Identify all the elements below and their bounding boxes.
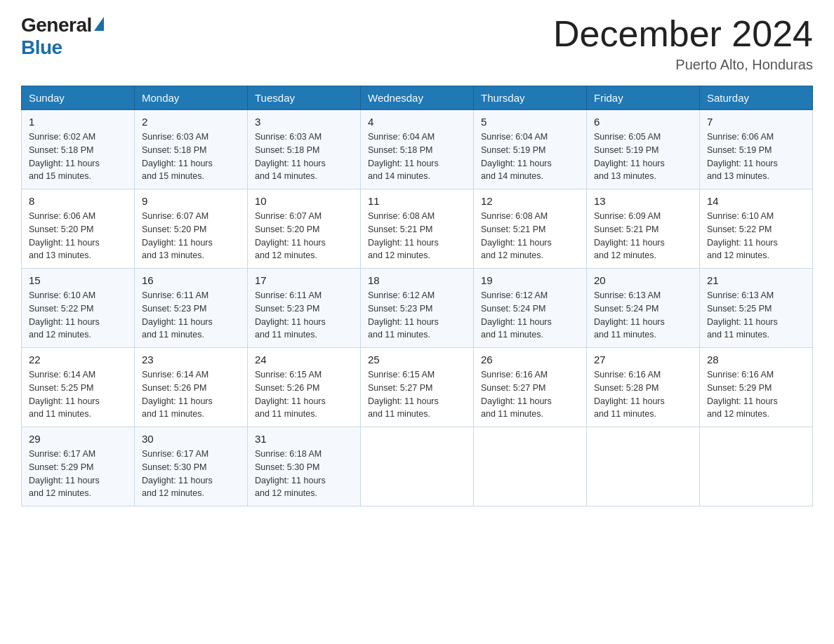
calendar-week-row: 29Sunrise: 6:17 AMSunset: 5:29 PMDayligh… bbox=[22, 427, 813, 507]
day-number: 7 bbox=[707, 116, 805, 128]
page-header: General Blue December 2024 Puerto Alto, … bbox=[21, 14, 813, 73]
day-number: 29 bbox=[29, 433, 127, 445]
day-number: 21 bbox=[707, 274, 805, 286]
calendar-day-cell: 18Sunrise: 6:12 AMSunset: 5:23 PMDayligh… bbox=[361, 269, 474, 348]
logo-triangle-icon bbox=[94, 17, 104, 31]
calendar-week-row: 8Sunrise: 6:06 AMSunset: 5:20 PMDaylight… bbox=[22, 189, 813, 269]
day-info: Sunrise: 6:17 AMSunset: 5:29 PMDaylight:… bbox=[29, 448, 127, 500]
title-section: December 2024 Puerto Alto, Honduras bbox=[553, 14, 813, 73]
day-info: Sunrise: 6:03 AMSunset: 5:18 PMDaylight:… bbox=[142, 130, 240, 183]
col-thursday: Thursday bbox=[474, 86, 587, 110]
calendar-day-cell: 12Sunrise: 6:08 AMSunset: 5:21 PMDayligh… bbox=[474, 189, 587, 269]
location-subtitle: Puerto Alto, Honduras bbox=[553, 57, 813, 73]
day-info: Sunrise: 6:16 AMSunset: 5:29 PMDaylight:… bbox=[707, 368, 805, 421]
day-number: 26 bbox=[481, 354, 579, 365]
calendar-day-cell bbox=[587, 427, 700, 507]
calendar-day-cell: 28Sunrise: 6:16 AMSunset: 5:29 PMDayligh… bbox=[700, 348, 813, 427]
day-number: 22 bbox=[29, 354, 127, 365]
day-info: Sunrise: 6:05 AMSunset: 5:19 PMDaylight:… bbox=[594, 130, 692, 183]
logo-general-text: General bbox=[21, 14, 92, 36]
day-info: Sunrise: 6:06 AMSunset: 5:19 PMDaylight:… bbox=[707, 130, 805, 183]
day-number: 1 bbox=[29, 116, 127, 128]
calendar-week-row: 15Sunrise: 6:10 AMSunset: 5:22 PMDayligh… bbox=[22, 269, 813, 348]
day-info: Sunrise: 6:03 AMSunset: 5:18 PMDaylight:… bbox=[255, 130, 353, 183]
day-number: 28 bbox=[707, 354, 805, 365]
col-tuesday: Tuesday bbox=[248, 86, 361, 110]
calendar-day-cell: 13Sunrise: 6:09 AMSunset: 5:21 PMDayligh… bbox=[587, 189, 700, 269]
day-info: Sunrise: 6:14 AMSunset: 5:25 PMDaylight:… bbox=[29, 368, 127, 421]
calendar-day-cell: 27Sunrise: 6:16 AMSunset: 5:28 PMDayligh… bbox=[587, 348, 700, 427]
calendar-day-cell: 29Sunrise: 6:17 AMSunset: 5:29 PMDayligh… bbox=[22, 427, 135, 507]
day-info: Sunrise: 6:12 AMSunset: 5:23 PMDaylight:… bbox=[368, 289, 466, 342]
day-number: 18 bbox=[368, 274, 466, 286]
day-number: 11 bbox=[368, 195, 466, 207]
calendar-day-cell: 15Sunrise: 6:10 AMSunset: 5:22 PMDayligh… bbox=[22, 269, 135, 348]
calendar-header: Sunday Monday Tuesday Wednesday Thursday… bbox=[22, 86, 813, 110]
calendar-day-cell: 16Sunrise: 6:11 AMSunset: 5:23 PMDayligh… bbox=[135, 269, 248, 348]
day-number: 25 bbox=[368, 354, 466, 365]
day-number: 4 bbox=[368, 116, 466, 128]
calendar-day-cell: 20Sunrise: 6:13 AMSunset: 5:24 PMDayligh… bbox=[587, 269, 700, 348]
day-info: Sunrise: 6:02 AMSunset: 5:18 PMDaylight:… bbox=[29, 130, 127, 183]
month-title: December 2024 bbox=[553, 14, 813, 54]
day-info: Sunrise: 6:18 AMSunset: 5:30 PMDaylight:… bbox=[255, 448, 353, 500]
day-info: Sunrise: 6:04 AMSunset: 5:18 PMDaylight:… bbox=[368, 130, 466, 183]
day-number: 5 bbox=[481, 116, 579, 128]
day-number: 30 bbox=[142, 433, 240, 445]
calendar-week-row: 22Sunrise: 6:14 AMSunset: 5:25 PMDayligh… bbox=[22, 348, 813, 427]
calendar-day-cell: 5Sunrise: 6:04 AMSunset: 5:19 PMDaylight… bbox=[474, 110, 587, 189]
col-saturday: Saturday bbox=[700, 86, 813, 110]
day-number: 8 bbox=[29, 195, 127, 207]
col-wednesday: Wednesday bbox=[361, 86, 474, 110]
day-info: Sunrise: 6:04 AMSunset: 5:19 PMDaylight:… bbox=[481, 130, 579, 183]
calendar-day-cell: 1Sunrise: 6:02 AMSunset: 5:18 PMDaylight… bbox=[22, 110, 135, 189]
col-friday: Friday bbox=[587, 86, 700, 110]
day-number: 2 bbox=[142, 116, 240, 128]
day-number: 16 bbox=[142, 274, 240, 286]
day-info: Sunrise: 6:14 AMSunset: 5:26 PMDaylight:… bbox=[142, 368, 240, 421]
day-info: Sunrise: 6:11 AMSunset: 5:23 PMDaylight:… bbox=[255, 289, 353, 342]
logo: General Blue bbox=[21, 14, 104, 59]
day-number: 24 bbox=[255, 354, 353, 365]
day-number: 9 bbox=[142, 195, 240, 207]
calendar-day-cell: 10Sunrise: 6:07 AMSunset: 5:20 PMDayligh… bbox=[248, 189, 361, 269]
calendar-day-cell: 22Sunrise: 6:14 AMSunset: 5:25 PMDayligh… bbox=[22, 348, 135, 427]
calendar-day-cell: 23Sunrise: 6:14 AMSunset: 5:26 PMDayligh… bbox=[135, 348, 248, 427]
calendar-day-cell: 21Sunrise: 6:13 AMSunset: 5:25 PMDayligh… bbox=[700, 269, 813, 348]
day-number: 31 bbox=[255, 433, 353, 445]
calendar-day-cell: 2Sunrise: 6:03 AMSunset: 5:18 PMDaylight… bbox=[135, 110, 248, 189]
day-info: Sunrise: 6:07 AMSunset: 5:20 PMDaylight:… bbox=[142, 210, 240, 262]
day-info: Sunrise: 6:06 AMSunset: 5:20 PMDaylight:… bbox=[29, 210, 127, 262]
day-number: 23 bbox=[142, 354, 240, 365]
day-number: 10 bbox=[255, 195, 353, 207]
calendar-day-cell: 4Sunrise: 6:04 AMSunset: 5:18 PMDaylight… bbox=[361, 110, 474, 189]
day-info: Sunrise: 6:15 AMSunset: 5:27 PMDaylight:… bbox=[368, 368, 466, 421]
calendar-day-cell: 14Sunrise: 6:10 AMSunset: 5:22 PMDayligh… bbox=[700, 189, 813, 269]
calendar-day-cell: 9Sunrise: 6:07 AMSunset: 5:20 PMDaylight… bbox=[135, 189, 248, 269]
calendar-day-cell: 7Sunrise: 6:06 AMSunset: 5:19 PMDaylight… bbox=[700, 110, 813, 189]
day-info: Sunrise: 6:16 AMSunset: 5:28 PMDaylight:… bbox=[594, 368, 692, 421]
calendar-day-cell: 3Sunrise: 6:03 AMSunset: 5:18 PMDaylight… bbox=[248, 110, 361, 189]
day-info: Sunrise: 6:13 AMSunset: 5:24 PMDaylight:… bbox=[594, 289, 692, 342]
day-info: Sunrise: 6:11 AMSunset: 5:23 PMDaylight:… bbox=[142, 289, 240, 342]
day-number: 15 bbox=[29, 274, 127, 286]
col-monday: Monday bbox=[135, 86, 248, 110]
calendar-day-cell: 24Sunrise: 6:15 AMSunset: 5:26 PMDayligh… bbox=[248, 348, 361, 427]
calendar-day-cell bbox=[361, 427, 474, 507]
day-number: 27 bbox=[594, 354, 692, 365]
calendar-day-cell: 30Sunrise: 6:17 AMSunset: 5:30 PMDayligh… bbox=[135, 427, 248, 507]
calendar-day-cell: 31Sunrise: 6:18 AMSunset: 5:30 PMDayligh… bbox=[248, 427, 361, 507]
day-info: Sunrise: 6:07 AMSunset: 5:20 PMDaylight:… bbox=[255, 210, 353, 262]
day-number: 19 bbox=[481, 274, 579, 286]
calendar-day-cell bbox=[474, 427, 587, 507]
day-info: Sunrise: 6:13 AMSunset: 5:25 PMDaylight:… bbox=[707, 289, 805, 342]
calendar-day-cell: 17Sunrise: 6:11 AMSunset: 5:23 PMDayligh… bbox=[248, 269, 361, 348]
calendar-week-row: 1Sunrise: 6:02 AMSunset: 5:18 PMDaylight… bbox=[22, 110, 813, 189]
calendar-day-cell bbox=[700, 427, 813, 507]
day-info: Sunrise: 6:08 AMSunset: 5:21 PMDaylight:… bbox=[368, 210, 466, 262]
day-number: 13 bbox=[594, 195, 692, 207]
day-info: Sunrise: 6:10 AMSunset: 5:22 PMDaylight:… bbox=[29, 289, 127, 342]
calendar-day-cell: 26Sunrise: 6:16 AMSunset: 5:27 PMDayligh… bbox=[474, 348, 587, 427]
day-info: Sunrise: 6:15 AMSunset: 5:26 PMDaylight:… bbox=[255, 368, 353, 421]
day-info: Sunrise: 6:10 AMSunset: 5:22 PMDaylight:… bbox=[707, 210, 805, 262]
